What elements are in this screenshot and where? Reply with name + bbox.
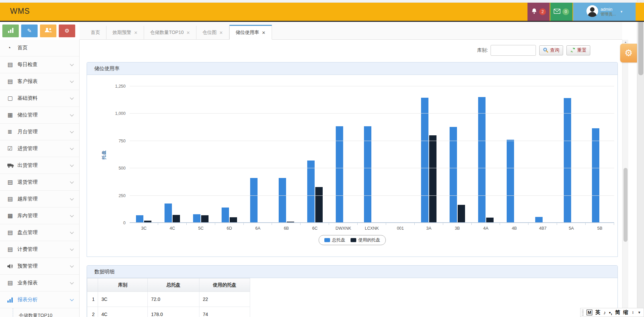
chart-icon (7, 297, 17, 303)
content-scrollbar-thumb[interactable] (624, 168, 628, 242)
table-cell: 178.0 (148, 307, 199, 317)
sidebar-item-盘点管理[interactable]: ▤盘点管理 (0, 224, 79, 241)
table-icon: ▤ (7, 229, 17, 236)
check-icon: ☑ (7, 145, 17, 152)
chart-category-3A: 3A (415, 86, 443, 223)
sidebar-item-label: 基础资料 (17, 95, 71, 101)
sidebar-item-储位管理[interactable]: ▦储位管理 (0, 107, 79, 124)
tab-储位使用率[interactable]: 储位使用率✕ (229, 25, 272, 40)
sidebar-item-label: 客户报表 (17, 78, 71, 85)
ime-bar: M英♪▪,简缩⋮▼ (580, 308, 644, 317)
close-icon[interactable]: ✕ (134, 30, 138, 35)
sidebar-item-越库管理[interactable]: ▤越库管理 (0, 191, 79, 208)
toolbar-gears-button[interactable]: ⚙ (59, 25, 75, 37)
toolbar-chart-button[interactable] (2, 25, 19, 37)
close-icon[interactable]: ✕ (186, 30, 190, 35)
ime-item-5[interactable]: 简 (615, 309, 620, 316)
tab-label: 效期预警 (112, 30, 131, 36)
notifications-button[interactable]: 2 (527, 3, 550, 21)
close-icon[interactable]: ✕ (219, 30, 223, 35)
tab-bar: 首页效期预警✕仓储数量TOP10✕仓位图✕储位使用率✕ (80, 22, 622, 40)
ime-item-2[interactable]: 英 (595, 309, 600, 316)
ime-item-8[interactable]: ▼ (638, 311, 641, 314)
sidebar-item-库内管理[interactable]: ▩库内管理 (0, 208, 79, 224)
browser-strip (0, 0, 644, 3)
table-cell: 22 (199, 292, 250, 307)
chart-icon (8, 28, 13, 34)
toolbar-pencil-button[interactable]: ✎ (21, 25, 38, 37)
ime-drag-handle[interactable] (582, 310, 584, 316)
sidebar-item-业务报表[interactable]: ▤业务报表 (0, 275, 79, 291)
table-row[interactable]: 24C178.074 (87, 307, 250, 317)
column-header-使用的托盘[interactable]: 使用的托盘 (199, 278, 250, 292)
messages-badge: 0 (562, 8, 569, 15)
sidebar-item-出货管理[interactable]: 出货管理 (0, 157, 79, 174)
ime-item-3[interactable]: ♪ (603, 310, 606, 315)
messages-button[interactable]: 0 (550, 3, 572, 21)
sidebar-item-退货管理[interactable]: ▤退货管理 (0, 174, 79, 191)
theme-settings-button[interactable]: ⚙ (620, 44, 637, 62)
bar-总托盘-4C (165, 203, 172, 223)
refresh-icon (570, 47, 576, 54)
chevron-down-icon (70, 180, 74, 183)
query-button[interactable]: 查询 (539, 45, 563, 55)
ime-item-6[interactable]: 缩 (623, 309, 628, 316)
gridline (130, 113, 614, 114)
sidebar-item-label: 进货管理 (17, 145, 71, 152)
chart-category-6B: 6B (272, 86, 301, 223)
tab-效期预警[interactable]: 效期预警✕ (106, 26, 144, 39)
chart-category-6C: 6C (301, 86, 329, 223)
column-header-库别[interactable]: 库别 (98, 278, 148, 292)
legend-item-使用的托盘[interactable]: 使用的托盘 (351, 237, 380, 243)
sidebar-item-计费管理[interactable]: ▤计费管理 (0, 241, 79, 258)
main-content: 库别: 查询 重置 储位使用率 托盘 3C4C5C6D6A6B6CDWXNKLC… (80, 40, 622, 317)
table-row[interactable]: 13C72.022 (87, 292, 250, 307)
tab-仓位图[interactable]: 仓位图✕ (196, 26, 229, 39)
bar-使用的托盘-4C (173, 215, 180, 223)
sidebar-item-月台管理[interactable]: ≣月台管理 (0, 124, 79, 140)
warehouse-input[interactable] (491, 45, 536, 56)
tab-仓储数量TOP10[interactable]: 仓储数量TOP10✕ (144, 26, 196, 39)
envelope-icon (554, 9, 560, 15)
tab-首页[interactable]: 首页 (84, 26, 106, 39)
content-scrollbar: ▲ (622, 40, 628, 317)
sidebar-item-客户报表[interactable]: ▤客户报表 (0, 73, 79, 90)
close-icon[interactable]: ✕ (262, 30, 266, 35)
app-title: WMS (10, 7, 30, 16)
chevron-down-icon (70, 163, 74, 167)
sidebar-item-基础资料[interactable]: ▢基础资料 (0, 90, 79, 107)
bar-使用的托盘-5C (201, 215, 209, 223)
sidebar-item-每日检查[interactable]: ▤每日检查 (0, 56, 79, 73)
ime-item-4[interactable]: ▪, (609, 310, 612, 315)
sidebar-item-预警管理[interactable]: 预警管理 (0, 258, 79, 275)
sidebar-item-label: 储位管理 (17, 112, 71, 118)
user-menu[interactable]: admin 管理员... ▼ (573, 3, 636, 21)
chevron-down-icon (70, 129, 74, 133)
bar-总托盘-3A (421, 98, 428, 223)
sidebar-item-报表分析[interactable]: 报表分析 (0, 291, 79, 308)
chart-category-DWXNK: DWXNK (329, 86, 358, 223)
sidebar-item-label: 计费管理 (17, 246, 71, 253)
bar-总托盘-6A (250, 178, 258, 223)
reset-button[interactable]: 重置 (566, 45, 590, 55)
chart-category-6D: 6D (215, 86, 244, 223)
search-row: 库别: 查询 重置 (477, 45, 590, 56)
ime-item-1[interactable]: M (587, 310, 592, 315)
chart-category-3C: 3C (130, 86, 158, 223)
table-cell: 3C (98, 292, 148, 307)
ime-item-7[interactable]: ⋮ (631, 311, 635, 314)
legend-item-总托盘[interactable]: 总托盘 (324, 237, 345, 243)
tab-label: 首页 (91, 30, 100, 36)
chevron-down-icon (70, 146, 74, 150)
sidebar-item-首页[interactable]: ◔首页 (0, 40, 79, 56)
quick-toolbar: ✎⚙ (0, 22, 80, 40)
sidebar-item-进货管理[interactable]: ☑进货管理 (0, 140, 79, 157)
y-tick-label: 250 (119, 193, 126, 198)
column-header[interactable] (87, 278, 98, 292)
building-icon: ▦ (7, 111, 17, 119)
toolbar-users-button[interactable] (40, 25, 56, 37)
sidebar-subitem-仓储数量TOP10[interactable]: 仓储数量TOP10 (0, 308, 79, 317)
bar-总托盘-3B (450, 127, 457, 223)
column-header-总托盘[interactable]: 总托盘 (148, 278, 199, 292)
chart-category-4B: 4B (500, 86, 528, 223)
